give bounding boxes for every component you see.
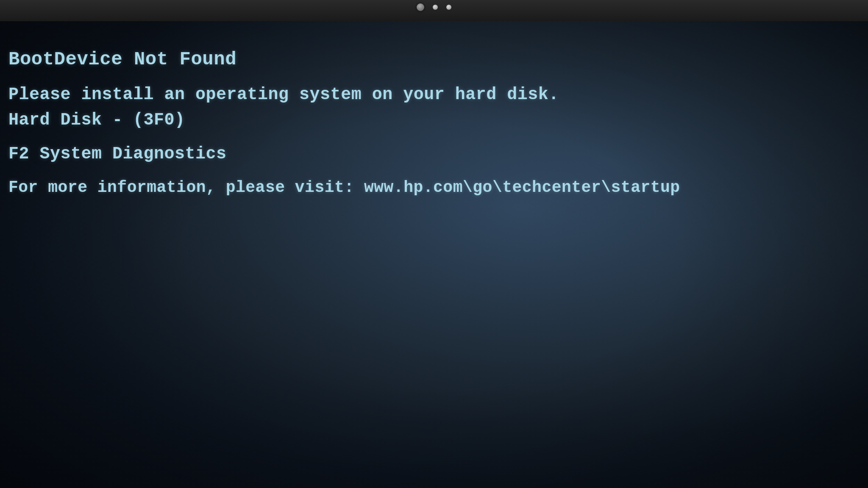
f2-diagnostics-label: F2 System Diagnostics — [8, 142, 860, 166]
bezel-top — [0, 0, 868, 21]
more-info-line: For more information, please visit: www.… — [8, 176, 860, 199]
install-os-message: Please install an operating system on yo… — [8, 83, 860, 107]
more-info-url: www.hp.com\go\techcenter\startup — [364, 178, 680, 197]
more-info-prefix: For more information, please visit: — [8, 178, 364, 197]
error-content: BootDevice Not Found Please install an o… — [8, 47, 860, 202]
bios-screen: BootDevice Not Found Please install an o… — [0, 21, 868, 488]
webcam-indicator — [433, 5, 438, 10]
boot-device-not-found-title: BootDevice Not Found — [8, 47, 860, 73]
webcam-dot — [417, 3, 424, 11]
webcam-area — [417, 3, 451, 11]
webcam-indicator-2 — [446, 5, 451, 10]
hard-disk-error-code: Hard Disk - (3F0) — [8, 108, 860, 132]
